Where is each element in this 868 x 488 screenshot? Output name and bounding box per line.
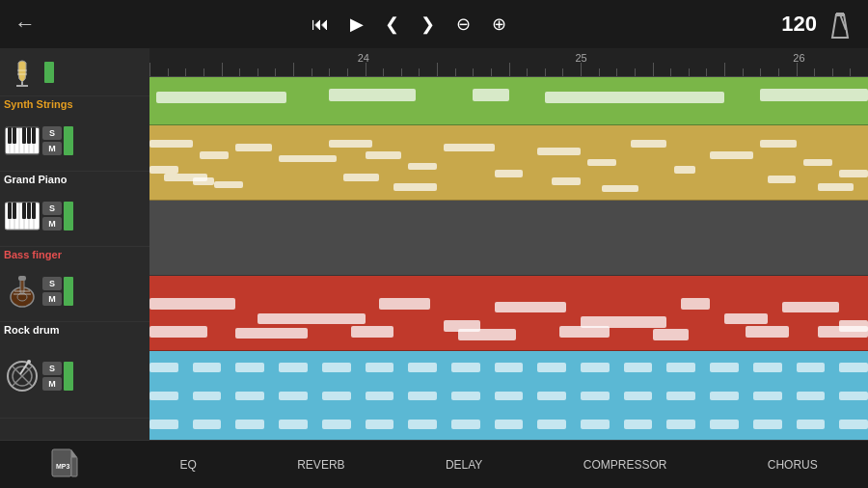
zoom-in-button[interactable]: ⊕ — [486, 12, 512, 37]
svg-rect-18 — [27, 127, 31, 144]
note-segment — [760, 140, 796, 148]
note-segment — [149, 420, 178, 429]
svg-rect-29 — [22, 203, 26, 219]
level-indicator — [44, 62, 54, 83]
track-lane-3[interactable] — [149, 276, 868, 351]
reverb-button[interactable]: REVERB — [297, 458, 344, 472]
note-segment — [537, 148, 581, 155]
note-segment — [797, 420, 826, 429]
track-row-unnamed — [0, 48, 149, 96]
timeline-area: 242526 — [149, 48, 868, 440]
note-segment — [164, 174, 207, 181]
track-lane-1[interactable] — [149, 125, 868, 201]
skip-back-button[interactable]: ⏮ — [306, 13, 335, 37]
track-row-grand-piano: Grand Piano — [0, 172, 149, 247]
play-button[interactable]: ▶ — [344, 12, 369, 37]
grand-piano-level — [64, 202, 73, 230]
note-segment — [235, 420, 264, 429]
chorus-button[interactable]: CHORUS — [768, 458, 818, 472]
note-segment — [156, 92, 285, 103]
compressor-button[interactable]: COMPRESSOR — [583, 458, 667, 472]
note-segment — [458, 329, 516, 340]
bass-finger-label: Bass finger — [0, 247, 149, 262]
rock-drum-s-button[interactable]: S — [42, 362, 62, 375]
note-segment — [666, 392, 695, 401]
eq-button[interactable]: EQ — [180, 458, 197, 472]
note-segment — [782, 302, 840, 313]
synth-strings-m-button[interactable]: M — [42, 142, 62, 155]
note-segment — [653, 329, 689, 340]
header: ← ⏮ ▶ ❮ ❯ ⊖ ⊕ 120 — [0, 0, 868, 48]
note-segment — [279, 420, 308, 429]
note-segment — [624, 392, 653, 401]
note-segment — [279, 155, 337, 163]
note-segment — [149, 363, 178, 372]
mp3-icon: MP3 — [50, 447, 79, 482]
note-segment — [149, 166, 178, 174]
note-segment — [408, 420, 437, 429]
zoom-out-button[interactable]: ⊖ — [450, 12, 476, 37]
note-segment — [408, 392, 437, 401]
track-row-bass-finger: Bass finger S M — [0, 247, 149, 322]
piano-icon-grand — [4, 198, 41, 234]
synth-strings-s-button[interactable]: S — [42, 126, 62, 140]
note-segment — [624, 363, 653, 372]
note-segment — [537, 420, 566, 429]
tracks-canvas[interactable] — [149, 77, 868, 440]
note-segment — [366, 363, 394, 372]
note-segment — [444, 144, 494, 151]
note-segment — [193, 363, 222, 372]
export-mp3-button[interactable]: MP3 — [50, 447, 79, 482]
note-segment — [724, 313, 768, 325]
delay-button[interactable]: DELAY — [446, 458, 482, 472]
metronome-icon[interactable] — [827, 9, 854, 40]
svg-point-43 — [27, 360, 31, 364]
svg-text:MP3: MP3 — [56, 463, 70, 470]
note-segment — [768, 176, 797, 183]
tempo-display: 120 — [781, 12, 817, 37]
track-lane-0[interactable] — [149, 77, 868, 125]
note-segment — [149, 326, 207, 338]
svg-marker-0 — [832, 14, 848, 38]
track-lane-4[interactable] — [149, 351, 868, 440]
note-segment — [322, 420, 351, 429]
back-button[interactable]: ← — [14, 12, 36, 37]
synth-strings-buttons: S M — [42, 126, 62, 155]
note-segment — [451, 363, 480, 372]
rock-drum-label: Rock drum — [0, 322, 149, 338]
synth-strings-level — [64, 126, 73, 155]
note-segment — [235, 363, 264, 372]
svg-rect-31 — [32, 203, 36, 219]
note-segment — [581, 420, 610, 429]
svg-rect-35 — [18, 276, 26, 281]
grand-piano-s-button[interactable]: S — [42, 202, 62, 215]
note-segment — [537, 392, 566, 401]
note-segment — [681, 298, 710, 310]
note-segment — [674, 166, 695, 174]
note-segment — [235, 392, 264, 401]
svg-marker-45 — [71, 449, 77, 457]
note-segment — [322, 363, 351, 372]
track-list: Synth Strings — [0, 48, 149, 440]
header-right: 120 — [781, 9, 854, 40]
bass-finger-s-button[interactable]: S — [42, 277, 62, 290]
note-segment — [451, 392, 480, 401]
svg-rect-16 — [13, 127, 16, 144]
note-segment — [537, 363, 566, 372]
prev-button[interactable]: ❮ — [379, 12, 405, 37]
rock-drum-m-button[interactable]: M — [42, 377, 62, 391]
note-segment — [818, 183, 854, 191]
rock-drum-buttons: S M — [42, 362, 62, 391]
bass-finger-m-button[interactable]: M — [42, 292, 62, 306]
note-segment — [803, 159, 832, 167]
note-segment — [581, 363, 610, 372]
bass-finger-level — [64, 277, 73, 306]
note-segment — [351, 326, 394, 338]
svg-rect-15 — [8, 127, 12, 144]
grand-piano-m-button[interactable]: M — [42, 217, 62, 230]
track-lane-2[interactable] — [149, 201, 868, 276]
unnamed-track-buttons — [44, 62, 54, 83]
note-segment — [753, 420, 782, 429]
note-segment — [329, 140, 372, 148]
next-button[interactable]: ❯ — [415, 12, 441, 37]
